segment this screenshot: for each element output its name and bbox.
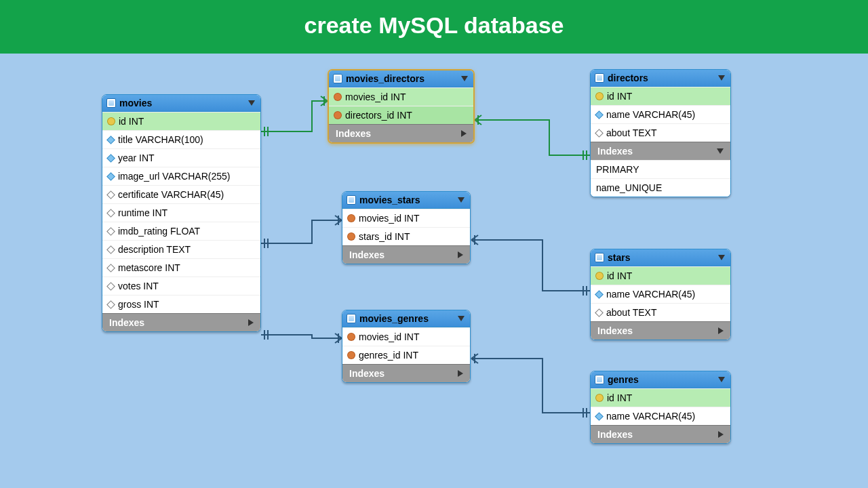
column-row[interactable]: about TEXT (591, 303, 730, 321)
column-row[interactable]: about TEXT (591, 123, 730, 142)
diamond-hollow-icon (106, 264, 115, 272)
column-row[interactable]: id INT (591, 388, 730, 407)
key-icon-red (348, 233, 355, 240)
chevron-down-icon[interactable] (248, 100, 255, 106)
play-icon (718, 431, 724, 438)
column-row[interactable]: certificate VARCHAR(45) (102, 185, 260, 203)
table-name: movies_stars (359, 195, 420, 205)
table-header[interactable]: movies_genres (342, 310, 470, 327)
column-row[interactable]: movies_id INT (342, 327, 470, 346)
key-icon (596, 272, 603, 279)
chevron-down-icon[interactable] (718, 75, 725, 81)
indexes-section[interactable]: Indexes (342, 364, 470, 382)
column-row[interactable]: id INT (591, 266, 730, 285)
column-row[interactable]: name VARCHAR(45) (591, 285, 730, 303)
column-row[interactable]: name VARCHAR(45) (591, 105, 730, 123)
diamond-hollow-icon (106, 245, 115, 254)
key-icon-red (348, 352, 355, 359)
diamond-icon (595, 412, 604, 421)
table-movies-directors[interactable]: movies_directors movies_id INT directors… (328, 69, 475, 144)
key-icon (596, 394, 603, 401)
table-name: genres (608, 374, 639, 385)
table-directors[interactable]: directors id INT name VARCHAR(45) about … (590, 69, 731, 197)
column-row[interactable]: description TEXT (102, 240, 260, 258)
column-row[interactable]: gross INT (102, 295, 260, 313)
table-icon (347, 195, 356, 205)
column-row[interactable]: year INT (102, 148, 260, 167)
diamond-icon (595, 290, 604, 299)
index-item[interactable]: PRIMARY (591, 160, 730, 178)
table-movies[interactable]: movies id INT title VARCHAR(100) year IN… (102, 94, 261, 332)
key-icon-red (348, 333, 355, 340)
chevron-down-icon[interactable] (718, 377, 725, 382)
table-name: movies_directors (346, 73, 425, 84)
column-row[interactable]: movies_id INT (329, 87, 473, 106)
diamond-hollow-icon (106, 190, 115, 199)
column-row[interactable]: stars_id INT (342, 227, 470, 245)
key-icon-red (348, 215, 355, 222)
play-icon (461, 130, 467, 137)
key-icon-red (334, 112, 341, 119)
key-icon (108, 118, 115, 125)
diamond-hollow-icon (106, 209, 115, 218)
chevron-down-icon[interactable] (461, 76, 468, 81)
diamond-icon (595, 110, 604, 119)
table-icon (595, 375, 604, 384)
table-movies-stars[interactable]: movies_stars movies_id INT stars_id INT … (342, 191, 471, 264)
table-name: movies (119, 98, 152, 108)
column-row[interactable]: runtime INT (102, 203, 260, 222)
column-row[interactable]: directors_id INT (329, 106, 473, 124)
column-row[interactable]: genres_id INT (342, 346, 470, 364)
indexes-section[interactable]: Indexes (591, 142, 730, 160)
indexes-section[interactable]: Indexes (591, 425, 730, 443)
play-icon (248, 319, 254, 326)
table-header[interactable]: directors (591, 70, 730, 87)
table-header[interactable]: movies_directors (329, 70, 473, 87)
diamond-icon (106, 136, 115, 144)
diamond-hollow-icon (595, 129, 604, 138)
indexes-section[interactable]: Indexes (591, 321, 730, 340)
play-icon (458, 370, 463, 377)
chevron-down-icon[interactable] (458, 316, 465, 321)
table-header[interactable]: movies_stars (342, 192, 470, 209)
chevron-down-icon (717, 148, 724, 154)
indexes-section[interactable]: Indexes (329, 124, 473, 142)
column-row[interactable]: title VARCHAR(100) (102, 130, 260, 148)
table-genres[interactable]: genres id INT name VARCHAR(45) Indexes (590, 371, 731, 444)
chevron-down-icon[interactable] (458, 197, 465, 203)
diamond-hollow-icon (106, 227, 115, 236)
table-icon (106, 98, 116, 108)
diamond-hollow-icon (106, 300, 115, 309)
diamond-icon (106, 172, 115, 181)
diamond-icon (106, 154, 115, 163)
table-icon (347, 314, 356, 323)
erd-canvas[interactable]: movies id INT title VARCHAR(100) year IN… (0, 54, 868, 488)
column-row[interactable]: id INT (591, 87, 730, 105)
column-row[interactable]: name VARCHAR(45) (591, 407, 730, 425)
indexes-section[interactable]: Indexes (102, 313, 260, 331)
column-row[interactable]: votes INT (102, 277, 260, 295)
column-row[interactable]: metascore INT (102, 258, 260, 277)
table-header[interactable]: genres (591, 371, 730, 388)
index-item[interactable]: name_UNIQUE (591, 178, 730, 197)
chevron-down-icon[interactable] (718, 255, 725, 260)
column-row[interactable]: image_url VARCHAR(255) (102, 167, 260, 185)
indexes-section[interactable]: Indexes (342, 245, 470, 264)
table-stars[interactable]: stars id INT name VARCHAR(45) about TEXT… (590, 249, 731, 340)
column-row[interactable]: movies_id INT (342, 209, 470, 227)
table-name: movies_genres (359, 313, 429, 324)
table-icon (333, 74, 342, 83)
column-row[interactable]: id INT (102, 112, 260, 130)
play-icon (718, 327, 724, 334)
table-header[interactable]: stars (591, 249, 730, 266)
column-row[interactable]: imdb_rating FLOAT (102, 222, 260, 240)
table-movies-genres[interactable]: movies_genres movies_id INT genres_id IN… (342, 310, 471, 383)
table-icon (595, 253, 604, 262)
key-icon (596, 93, 603, 100)
play-icon (458, 251, 463, 258)
page-title: create MySQL database (0, 0, 868, 54)
table-name: stars (608, 252, 630, 263)
table-header[interactable]: movies (102, 95, 260, 112)
diamond-hollow-icon (595, 308, 604, 317)
key-icon-red (334, 94, 341, 100)
